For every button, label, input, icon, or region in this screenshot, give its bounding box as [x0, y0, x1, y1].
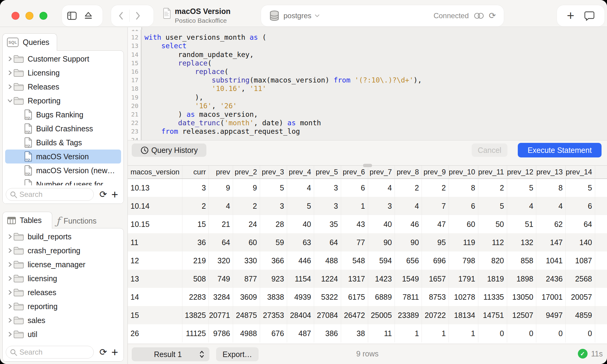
table-cell[interactable]: 4939	[287, 288, 314, 306]
table-cell[interactable]: 1087	[566, 251, 595, 270]
functions-tab[interactable]: ƒ Functions	[56, 215, 97, 227]
table-cell[interactable]: 64	[566, 215, 595, 233]
refresh-tables-button[interactable]: ⟳	[97, 345, 109, 359]
table-cell[interactable]: 2283	[182, 288, 209, 306]
table-cell[interactable]: 38	[341, 324, 368, 342]
table-cell[interactable]: 64	[314, 233, 341, 251]
table-cell[interactable]: 10278	[449, 288, 478, 306]
disconnect-button[interactable]	[80, 8, 97, 24]
table-cell[interactable]: 40	[287, 215, 314, 233]
table-row-13[interactable]: 1350874987792311541224131714231549165717…	[128, 270, 607, 288]
table-cell[interactable]: 3284	[209, 288, 233, 306]
table-cell[interactable]: 90	[395, 233, 422, 251]
table-cell[interactable]: 5	[566, 179, 595, 197]
table-cell[interactable]: 14751	[478, 306, 507, 324]
table-cell[interactable]: 35	[314, 215, 341, 233]
query-item-macos-version-new[interactable]: SQLmacOS Version (new…	[5, 163, 121, 177]
column-header-prev-9[interactable]: prev_9	[422, 166, 449, 179]
chevron-right-icon[interactable]	[7, 331, 13, 337]
column-header-prev-5[interactable]: prev_5	[314, 166, 341, 179]
table-cell[interactable]: 140	[566, 233, 595, 251]
table-cell[interactable]: 4988	[233, 324, 260, 342]
table-cell[interactable]: 508	[182, 270, 209, 288]
table-cell[interactable]: 487	[287, 324, 314, 342]
column-header-prev-3[interactable]: prev_3	[260, 166, 287, 179]
table-cell[interactable]: 46	[395, 215, 422, 233]
column-header-prev-14[interactable]: prev_14	[566, 166, 595, 179]
table-cell[interactable]: 676	[260, 324, 287, 342]
column-header-prev-13[interactable]: prev_13	[536, 166, 566, 179]
table-cell[interactable]: 3	[182, 179, 209, 197]
table-cell[interactable]: 656	[395, 251, 422, 270]
query-item-macos-version[interactable]: SQLmacOS Version	[5, 150, 121, 163]
table-cell[interactable]: 594	[368, 251, 395, 270]
table-cell[interactable]: 9	[233, 179, 260, 197]
table-row-26[interactable]: 26111259786498867648738638111110000	[128, 324, 607, 342]
table-cell[interactable]: 820	[478, 251, 507, 270]
table-cell[interactable]: 21	[209, 215, 233, 233]
table-cell[interactable]: 6	[566, 197, 595, 215]
table-cell[interactable]: 119	[449, 233, 478, 251]
column-header-prev-7[interactable]: prev_7	[368, 166, 395, 179]
table-cell[interactable]: 112	[478, 233, 507, 251]
toggle-sidebar-button[interactable]	[64, 8, 80, 24]
table-cell[interactable]: 4	[395, 197, 422, 215]
minimize-button[interactable]	[25, 12, 33, 20]
table-cell[interactable]: 90	[368, 233, 395, 251]
table-row-10.15[interactable]: 10.15152124284035434046476050516264	[128, 215, 607, 233]
table-cell[interactable]: 62	[536, 215, 566, 233]
table-cell[interactable]: 36	[182, 233, 209, 251]
add-query-button[interactable]: +	[109, 188, 120, 201]
table-cell[interactable]: 20722	[422, 306, 449, 324]
table-cell[interactable]: 1898	[507, 270, 536, 288]
table-row-10.14[interactable]: 10.14242353134765446	[128, 197, 607, 215]
database-selector[interactable]: postgres	[283, 12, 311, 20]
table-cell[interactable]: 2	[395, 179, 422, 197]
table-cell[interactable]: 798	[449, 251, 478, 270]
table-cell[interactable]: 6175	[341, 288, 368, 306]
table-cell[interactable]: 63	[287, 233, 314, 251]
table-cell[interactable]: 1317	[341, 270, 368, 288]
table-cell[interactable]: 8	[536, 179, 566, 197]
table-cell[interactable]: 923	[260, 270, 287, 288]
table-cell[interactable]: 5	[507, 179, 536, 197]
table-cell[interactable]: 47	[422, 215, 449, 233]
schema-item-releases[interactable]: releases	[5, 285, 121, 299]
table-cell[interactable]: 26	[128, 324, 182, 342]
table-row-10.13[interactable]: 10.13399543642282585	[128, 179, 607, 197]
table-cell[interactable]: 2	[182, 197, 209, 215]
reconnect-icon[interactable]: ⟳	[489, 11, 496, 20]
table-cell[interactable]: 60	[449, 215, 478, 233]
schema-item-reporting[interactable]: reporting	[5, 299, 121, 313]
queries-tab[interactable]: SQL Queries	[2, 33, 57, 51]
table-cell[interactable]: 12	[128, 251, 182, 270]
add-table-button[interactable]: +	[109, 345, 120, 359]
query-item-licensing[interactable]: Licensing	[5, 66, 121, 80]
table-cell[interactable]: 60	[233, 233, 260, 251]
schema-item-crash-reporting[interactable]: crash_reporting	[5, 244, 121, 258]
chevron-right-icon[interactable]	[7, 234, 13, 240]
table-cell[interactable]: 6889	[368, 288, 395, 306]
chevron-right-icon[interactable]	[7, 303, 13, 309]
chevron-right-icon[interactable]	[7, 317, 13, 323]
table-cell[interactable]: 3838	[260, 288, 287, 306]
table-cell[interactable]: 11125	[182, 324, 209, 342]
chevron-right-icon[interactable]	[7, 261, 13, 268]
table-cell[interactable]: 1154	[287, 270, 314, 288]
table-cell[interactable]: 132	[507, 233, 536, 251]
table-cell[interactable]: 1041	[536, 251, 566, 270]
column-header-macos-version[interactable]: macos_version	[128, 166, 182, 179]
chevron-down-icon[interactable]	[7, 98, 13, 104]
table-cell[interactable]: 3	[314, 197, 341, 215]
table-cell[interactable]: 446	[287, 251, 314, 270]
column-header-prev-6[interactable]: prev_6	[341, 166, 368, 179]
table-cell[interactable]: 0	[478, 324, 507, 342]
table-cell[interactable]: 3	[260, 197, 287, 215]
table-cell[interactable]: 27084	[314, 306, 341, 324]
query-item-customer-support[interactable]: Customer Support	[5, 52, 121, 66]
table-cell[interactable]: 7	[422, 197, 449, 215]
execute-statement-button[interactable]: Execute Statement	[518, 143, 602, 157]
table-cell[interactable]: 3	[368, 197, 395, 215]
back-button[interactable]	[113, 8, 129, 24]
table-cell[interactable]: 4859	[566, 306, 595, 324]
